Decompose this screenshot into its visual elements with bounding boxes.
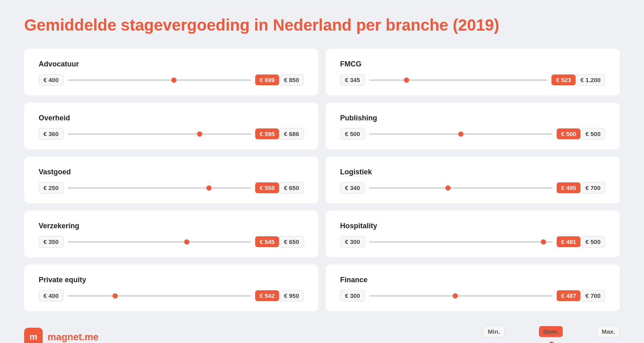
logo-area: m magnet.me (24, 328, 99, 343)
max-badge-private-equity: € 950 (279, 290, 304, 302)
card-label-overheid: Overheid (39, 114, 304, 122)
slider-track-fmcg (369, 76, 548, 85)
avg-badge-logistiek: € 495 (557, 182, 581, 193)
max-badge-hospitality: € 500 (580, 236, 605, 248)
avg-badge-advocatuur: € 699 (255, 74, 279, 85)
card-publishing: Publishing€ 500€ 500€ 500 (326, 103, 620, 149)
card-logistiek: Logistiek€ 340€ 495€ 700 (326, 157, 620, 203)
min-badge-logistiek: € 340 (340, 182, 365, 194)
slider-row-vastgoed: € 250€ 558€ 650 (39, 182, 304, 194)
min-badge-hospitality: € 300 (340, 236, 365, 248)
card-fmcg: FMCG€ 345€ 523€ 1.200 (326, 49, 620, 95)
card-hospitality: Hospitality€ 300€ 491€ 500 (326, 211, 620, 257)
card-label-publishing: Publishing (340, 114, 605, 122)
avg-badge-vastgoed: € 558 (255, 182, 279, 193)
legend-min-label: Min. (483, 326, 505, 337)
page-title: Gemiddelde stagevergoeding in Nederland … (24, 16, 620, 34)
max-badge-publishing: € 500 (580, 128, 605, 140)
slider-track-hospitality (369, 238, 553, 246)
slider-row-logistiek: € 340€ 495€ 700 (340, 182, 605, 194)
card-label-hospitality: Hospitality (340, 222, 605, 230)
card-label-finance: Finance (340, 276, 605, 284)
card-label-verzekering: Verzekering (39, 222, 304, 230)
max-badge-overheid: € 686 (279, 128, 304, 140)
min-badge-private-equity: € 400 (39, 290, 64, 302)
slider-row-advocatuur: € 400€ 699€ 850 (39, 74, 304, 86)
card-label-vastgoed: Vastgoed (39, 168, 304, 176)
max-badge-finance: € 700 (580, 290, 605, 302)
card-verzekering: Verzekering€ 350€ 545€ 650 (24, 211, 318, 257)
min-badge-advocatuur: € 400 (39, 74, 64, 86)
slider-track-verzekering (68, 238, 251, 246)
footer: m magnet.me Min. Gem. Max. (24, 326, 620, 343)
slider-row-fmcg: € 345€ 523€ 1.200 (340, 74, 605, 86)
slider-track-logistiek (369, 184, 553, 192)
min-badge-fmcg: € 345 (340, 74, 365, 86)
avg-badge-publishing: € 500 (557, 128, 581, 139)
legend-labels-row: Min. Gem. Max. (483, 326, 620, 337)
slider-track-finance (369, 291, 553, 300)
slider-row-finance: € 300€ 487€ 700 (340, 290, 605, 302)
logo-text: magnet.me (47, 331, 99, 343)
card-label-private-equity: Private equity (39, 276, 304, 284)
slider-track-private-equity (68, 291, 251, 300)
card-private-equity: Private equity€ 400€ 542€ 950 (24, 264, 318, 311)
slider-row-verzekering: € 350€ 545€ 650 (39, 236, 304, 248)
card-vastgoed: Vastgoed€ 250€ 558€ 650 (24, 157, 318, 203)
min-badge-verzekering: € 350 (39, 236, 64, 248)
card-label-advocatuur: Advocatuur (39, 60, 304, 68)
slider-row-publishing: € 500€ 500€ 500 (340, 128, 605, 140)
avg-badge-hospitality: € 491 (557, 236, 581, 247)
slider-row-overheid: € 360€ 595€ 686 (39, 128, 304, 140)
legend-max-label: Max. (597, 326, 620, 337)
card-overheid: Overheid€ 360€ 595€ 686 (24, 103, 318, 149)
max-badge-advocatuur: € 850 (279, 74, 304, 86)
cards-grid: Advocatuur€ 400€ 699€ 850FMCG€ 345€ 523€… (24, 49, 620, 311)
max-badge-verzekering: € 650 (279, 236, 304, 248)
min-badge-overheid: € 360 (39, 128, 64, 140)
slider-track-vastgoed (68, 184, 251, 192)
min-badge-finance: € 300 (340, 290, 365, 302)
max-badge-vastgoed: € 650 (279, 182, 304, 194)
legend-avg-label: Gem. (539, 326, 563, 337)
card-finance: Finance€ 300€ 487€ 700 (326, 264, 620, 311)
card-label-logistiek: Logistiek (340, 168, 605, 176)
avg-badge-private-equity: € 542 (255, 290, 279, 301)
slider-track-overheid (68, 130, 251, 138)
card-label-fmcg: FMCG (340, 60, 605, 68)
legend-area: Min. Gem. Max. (483, 326, 620, 343)
legend-track (483, 341, 620, 343)
card-advocatuur: Advocatuur€ 400€ 699€ 850 (24, 49, 318, 95)
logo-icon: m (24, 328, 43, 343)
slider-row-private-equity: € 400€ 542€ 950 (39, 290, 304, 302)
min-badge-publishing: € 500 (340, 128, 365, 140)
slider-track-advocatuur (68, 76, 251, 85)
avg-badge-verzekering: € 545 (255, 236, 279, 247)
max-badge-fmcg: € 1.200 (576, 74, 605, 86)
avg-badge-finance: € 487 (557, 290, 581, 301)
slider-row-hospitality: € 300€ 491€ 500 (340, 236, 605, 248)
max-badge-logistiek: € 700 (580, 182, 605, 194)
avg-badge-fmcg: € 523 (551, 74, 576, 85)
slider-track-publishing (369, 130, 553, 138)
min-badge-vastgoed: € 250 (39, 182, 64, 194)
avg-badge-overheid: € 595 (255, 128, 279, 139)
